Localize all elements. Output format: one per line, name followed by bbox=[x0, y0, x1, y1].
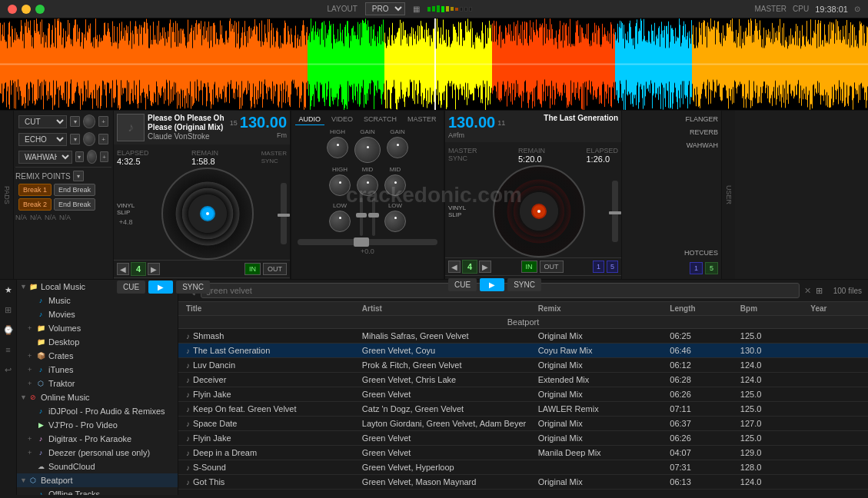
na-row-left: N/A N/A N/A N/A bbox=[15, 212, 111, 223]
right-pitch-slider[interactable] bbox=[612, 181, 618, 242]
left-high-knob[interactable] bbox=[327, 137, 348, 158]
maximize-button[interactable] bbox=[35, 5, 45, 14]
fx-select-wahwah[interactable]: WAHWAH bbox=[18, 151, 72, 164]
sidebar-icon-filter[interactable]: ≡ bbox=[2, 343, 15, 357]
sidebar-item-vjpro[interactable]: ▶ VJ'Pro - Pro Video bbox=[17, 418, 178, 432]
table-row[interactable]: ♪ Keep On feat. Green Velvet Catz 'n Dog… bbox=[178, 402, 868, 417]
sidebar-icon-back[interactable]: ↩ bbox=[2, 363, 15, 377]
fx-btn-cut-plus[interactable]: + bbox=[98, 116, 108, 127]
sidebar-item-desktop[interactable]: 📁 Desktop bbox=[17, 335, 178, 349]
sidebar-item-online-music[interactable]: ▼ ⊘ Online Music bbox=[17, 390, 178, 404]
fx-select-echo[interactable]: ECHO bbox=[18, 133, 67, 146]
table-row[interactable]: ♪ Got This Green Velvet, Mason Maynard O… bbox=[178, 475, 868, 490]
fx-knob-cut[interactable] bbox=[83, 115, 95, 128]
right-channel-fader[interactable] bbox=[372, 198, 375, 236]
fx-btn-echo-plus[interactable]: + bbox=[98, 134, 108, 144]
sidebar-icon-favorites[interactable]: ★ bbox=[2, 283, 15, 297]
table-row[interactable]: ♪ Space Date Layton Giordani, Green Velv… bbox=[178, 417, 868, 431]
left-sync-btn[interactable]: SYNC bbox=[176, 281, 210, 294]
fx-btn-wahwah-plus[interactable]: + bbox=[100, 151, 108, 162]
right-gain-knob[interactable] bbox=[387, 137, 408, 158]
left-loop-next[interactable]: ▶ bbox=[148, 263, 160, 275]
crossfader-track[interactable] bbox=[298, 239, 437, 245]
right-sync-btn[interactable]: SYNC bbox=[507, 278, 541, 291]
col-year[interactable]: Year bbox=[809, 304, 862, 313]
fx-knob-echo[interactable] bbox=[83, 132, 95, 146]
right-loop-next[interactable]: ▶ bbox=[479, 261, 491, 273]
reverb-label: REVERB bbox=[624, 127, 720, 138]
left-mid-knob[interactable] bbox=[357, 174, 378, 196]
fx-btn-wahwah-expand[interactable]: ▾ bbox=[75, 151, 84, 162]
right-in-btn[interactable]: IN bbox=[521, 261, 537, 273]
sidebar-icon-history[interactable]: ⌚ bbox=[2, 323, 15, 337]
sidebar-item-beatport[interactable]: ▼ ⬡ Beatport bbox=[17, 473, 178, 487]
right-out-btn[interactable]: OUT bbox=[540, 261, 564, 273]
table-row[interactable]: ♪ Deceiver Green Velvet, Chris Lake Exte… bbox=[178, 373, 868, 387]
table-row[interactable]: ♪ Shmash Mihalis Safras, Green Velvet Or… bbox=[178, 329, 868, 344]
track-note-icon: ♪ bbox=[186, 376, 190, 384]
tab-audio[interactable]: AUDIO bbox=[295, 114, 325, 125]
right-play-btn[interactable]: ▶ bbox=[480, 278, 504, 291]
table-row[interactable]: ♪ The Last Generation Green Velvet, Coyu… bbox=[178, 344, 868, 358]
table-row[interactable]: ♪ Luv Dancin Prok & Fitch, Green Velvet … bbox=[178, 358, 868, 373]
remix-points-expand[interactable]: ▾ bbox=[73, 171, 84, 181]
sidebar-item-digitrax[interactable]: + ♪ Digitrax - Pro Karaoke bbox=[17, 432, 178, 446]
left-in-btn[interactable]: IN bbox=[244, 263, 261, 275]
cue-break2[interactable]: Break 2 bbox=[18, 198, 52, 211]
right-low-knob[interactable] bbox=[384, 211, 406, 232]
tab-video[interactable]: VIDEO bbox=[328, 114, 357, 125]
sidebar-item-offline-tracks[interactable]: ♪ Offline Tracks bbox=[17, 487, 178, 495]
right-cue-btn[interactable]: CUE bbox=[448, 278, 477, 291]
col-bpm[interactable]: Bpm bbox=[739, 304, 810, 313]
table-row[interactable]: ♪ Deep in a Dream Green Velvet Manila De… bbox=[178, 446, 868, 460]
sidebar-item-movies[interactable]: ♪ Movies bbox=[17, 307, 178, 321]
left-bpm-label: Fm bbox=[230, 131, 287, 139]
sidebar-item-volumes[interactable]: + 📁 Volumes bbox=[17, 321, 178, 335]
left-out-btn[interactable]: OUT bbox=[263, 263, 287, 275]
minimize-button[interactable] bbox=[22, 5, 31, 14]
hotcues-label: HOTCUES bbox=[624, 247, 720, 258]
clear-search-icon[interactable]: ✕ bbox=[804, 286, 811, 296]
sidebar-item-itunes[interactable]: + ♪ iTunes bbox=[17, 363, 178, 377]
fx-select-cut[interactable]: CUT bbox=[18, 115, 67, 128]
left-pitch-slider[interactable] bbox=[281, 183, 287, 244]
left-low-knob[interactable] bbox=[329, 211, 351, 232]
sidebar-item-crates[interactable]: + 📦 Crates bbox=[17, 349, 178, 363]
title-bar-icon: ▦ bbox=[413, 5, 420, 13]
right-mid-knob[interactable] bbox=[384, 174, 406, 196]
sidebar-item-deezer[interactable]: + ♪ Deezer (personal use only) bbox=[17, 446, 178, 460]
tab-scratch[interactable]: SCRATCH bbox=[360, 114, 401, 125]
gain-knob[interactable] bbox=[354, 137, 381, 163]
sidebar-item-traktor[interactable]: + ⬡ Traktor bbox=[17, 377, 178, 390]
close-button[interactable] bbox=[8, 5, 17, 14]
col-artist[interactable]: Artist bbox=[361, 304, 537, 313]
right-high-knob[interactable] bbox=[329, 174, 351, 196]
col-length[interactable]: Length bbox=[668, 304, 739, 313]
table-row[interactable]: ♪ S-Sound Green Velvet, Hyperloop 07:31 … bbox=[178, 460, 868, 475]
sidebar-item-idjpool[interactable]: ♪ iDJPool - Pro Audio & Remixes bbox=[17, 404, 178, 418]
cue-endbreak2[interactable]: End Break bbox=[54, 198, 95, 211]
left-channel-fader[interactable] bbox=[360, 198, 363, 236]
fx-knob-wahwah[interactable] bbox=[87, 150, 98, 164]
cue-break1[interactable]: Break 1 bbox=[18, 184, 52, 196]
fx-btn-echo-expand[interactable]: ▾ bbox=[70, 134, 80, 144]
right-loop-prev[interactable]: ◀ bbox=[448, 261, 461, 273]
table-row[interactable]: ♪ Flyin Jake Green Velvet Original Mix 0… bbox=[178, 387, 868, 402]
sidebar-icon-search[interactable]: ⊞ bbox=[2, 303, 15, 317]
left-loop-prev[interactable]: ◀ bbox=[117, 263, 129, 275]
layout-select[interactable]: PRO bbox=[365, 2, 405, 15]
right-turntable[interactable] bbox=[493, 165, 585, 257]
table-row[interactable]: ♪ Flyin Jake Green Velvet Original Mix 0… bbox=[178, 431, 868, 446]
fx-btn-cut-expand[interactable]: ▾ bbox=[70, 116, 80, 127]
track-note-icon: ♪ bbox=[186, 478, 190, 486]
hotcue-1[interactable]: 1 bbox=[690, 262, 703, 274]
left-cue-btn[interactable]: CUE bbox=[117, 281, 145, 294]
cue-endbreak1[interactable]: End Break bbox=[54, 184, 95, 196]
left-play-btn[interactable]: ▶ bbox=[148, 281, 173, 294]
col-title[interactable]: Title bbox=[185, 304, 361, 313]
col-remix[interactable]: Remix bbox=[537, 304, 669, 313]
tab-master[interactable]: MASTER bbox=[404, 114, 441, 125]
left-turntable[interactable] bbox=[161, 168, 254, 260]
sidebar-item-soundcloud[interactable]: ☁ SoundCloud bbox=[17, 460, 178, 473]
hotcue-5[interactable]: 5 bbox=[705, 262, 718, 274]
